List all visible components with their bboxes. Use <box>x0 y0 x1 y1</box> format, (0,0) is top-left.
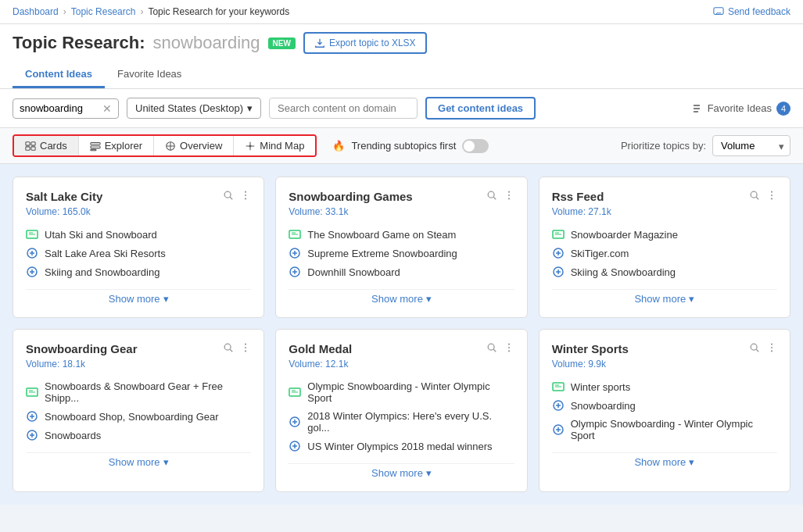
show-more-button[interactable]: Show more ▾ <box>552 289 777 305</box>
list-item: Downhill Snowboard <box>289 266 514 278</box>
item-text: 2018 Winter Olympics: Here's every U.S. … <box>307 410 514 434</box>
svg-point-45 <box>771 191 773 193</box>
card-volume: Volume: 9.9k <box>552 359 777 370</box>
list-item: Winter sports <box>552 380 777 393</box>
favorite-list-icon <box>690 102 703 115</box>
show-more-button[interactable]: Show more ▾ <box>552 452 777 468</box>
fire-icon: 🔥 <box>332 140 345 152</box>
svg-point-46 <box>771 195 773 196</box>
search-icon[interactable] <box>223 190 234 201</box>
show-more-button[interactable]: Show more ▾ <box>289 289 514 305</box>
search-toolbar: ✕ United States (Desktop) ▾ Get content … <box>0 89 803 128</box>
more-icon[interactable] <box>240 190 251 201</box>
svg-point-14 <box>249 145 253 148</box>
show-more-button[interactable]: Show more ▾ <box>289 463 514 479</box>
card-volume: Volume: 165.0k <box>26 206 251 217</box>
page-title: Topic Research: snowboarding new Export … <box>13 32 790 54</box>
more-icon[interactable] <box>766 342 777 353</box>
view-cards-button[interactable]: Cards <box>14 136 79 155</box>
search-icon[interactable] <box>486 190 497 201</box>
chevron-down-icon: ▾ <box>426 293 432 305</box>
view-mindmap-button[interactable]: Mind Map <box>234 136 315 155</box>
more-icon[interactable] <box>504 190 514 201</box>
trending-toggle-wrap: 🔥 Trending subtopics first <box>332 139 489 153</box>
view-overview-button[interactable]: Overview <box>154 136 234 155</box>
item-type-icon <box>552 399 565 412</box>
breadcrumb-current: Topic Research for your keywords <box>148 6 289 17</box>
svg-rect-10 <box>91 149 96 150</box>
item-type-icon <box>26 247 38 259</box>
keyword-display: snowboarding <box>153 33 260 53</box>
tab-content-ideas[interactable]: Content Ideas <box>13 62 105 88</box>
search-icon[interactable] <box>486 342 497 353</box>
svg-line-32 <box>493 197 496 199</box>
show-more-button[interactable]: Show more ▾ <box>26 289 251 305</box>
svg-point-81 <box>771 344 773 345</box>
prioritize-wrap: Prioritize topics by: Volume Difficulty <box>621 135 790 156</box>
view-explorer-button[interactable]: Explorer <box>79 136 154 155</box>
card-actions <box>749 190 777 201</box>
get-ideas-button[interactable]: Get content ideas <box>425 97 536 120</box>
list-item: Snowboard Shop, Snowboarding Gear <box>26 410 251 423</box>
export-button[interactable]: Export topic to XLSX <box>303 32 427 54</box>
item-type-icon <box>552 228 565 241</box>
item-text: Utah Ski and Snowboard <box>45 229 157 241</box>
tab-favorite-ideas[interactable]: Favorite Ideas <box>105 62 194 88</box>
item-text: Snowboards <box>45 430 101 441</box>
list-item: Skiing and Snowboarding <box>26 266 251 278</box>
item-text: Salt Lake Area Ski Resorts <box>45 248 166 259</box>
trending-toggle[interactable] <box>462 139 489 153</box>
trending-label: Trending subtopics first <box>351 140 456 152</box>
item-type-icon <box>26 228 38 241</box>
svg-line-68 <box>493 349 496 352</box>
breadcrumb-topic-research[interactable]: Topic Research <box>71 6 136 17</box>
more-icon[interactable] <box>766 190 777 201</box>
new-badge: new <box>268 37 296 49</box>
card-volume: Volume: 18.1k <box>26 359 251 370</box>
svg-point-21 <box>245 191 246 193</box>
svg-point-79 <box>751 344 757 350</box>
card-header: Snowboarding Gear <box>26 342 251 355</box>
search-icon[interactable] <box>749 190 760 201</box>
svg-point-71 <box>508 350 510 352</box>
list-item: Utah Ski and Snowboard <box>26 228 251 241</box>
show-more-button[interactable]: Show more ▾ <box>26 452 251 468</box>
svg-point-67 <box>488 344 494 350</box>
svg-rect-4 <box>26 141 30 145</box>
card-title: Gold Medal <box>289 342 352 355</box>
item-type-icon <box>552 380 565 393</box>
domain-input[interactable] <box>269 98 418 119</box>
item-text: Snowboarding <box>571 400 636 412</box>
item-text: Skiing and Snowboarding <box>45 266 160 278</box>
clear-icon[interactable]: ✕ <box>102 102 112 115</box>
tabs: Content Ideas Favorite Ideas <box>13 62 790 88</box>
keyword-input[interactable] <box>20 102 98 114</box>
svg-point-83 <box>771 350 773 352</box>
list-item: Olympic Snowboarding - Winter Olympic Sp… <box>289 380 514 404</box>
export-icon <box>314 37 325 48</box>
search-icon[interactable] <box>749 342 760 353</box>
topic-card: Salt Lake City Volume: 165.0k Utah Ski a… <box>13 177 264 318</box>
item-type-icon <box>552 247 565 259</box>
card-title: Snowboarding Games <box>289 190 412 203</box>
overview-icon <box>165 141 176 152</box>
more-icon[interactable] <box>240 342 251 353</box>
item-text: The Snowboard Game on Steam <box>307 229 456 241</box>
list-item: Snowboards & Snowboard Gear + Free Shipp… <box>26 380 251 404</box>
card-header: Rss Feed <box>552 190 777 203</box>
cards-grid: Salt Lake City Volume: 165.0k Utah Ski a… <box>13 177 790 492</box>
volume-select[interactable]: Volume Difficulty <box>712 135 790 156</box>
volume-select-wrap: Volume Difficulty <box>712 135 790 156</box>
cards-icon <box>25 141 36 152</box>
list-item: Snowboards <box>26 429 251 441</box>
send-feedback-button[interactable]: Send feedback <box>713 6 790 17</box>
breadcrumb-dashboard[interactable]: Dashboard <box>13 6 59 17</box>
svg-rect-7 <box>31 146 35 149</box>
list-item: 2018 Winter Olympics: Here's every U.S. … <box>289 410 514 434</box>
country-select[interactable]: United States (Desktop) ▾ <box>127 98 261 119</box>
item-text: US Winter Olympics 2018 medal winners <box>307 441 492 452</box>
card-actions <box>223 190 251 201</box>
card-items: The Snowboard Game on Steam Supreme Extr… <box>289 228 514 278</box>
search-icon[interactable] <box>223 342 234 353</box>
more-icon[interactable] <box>504 342 514 353</box>
